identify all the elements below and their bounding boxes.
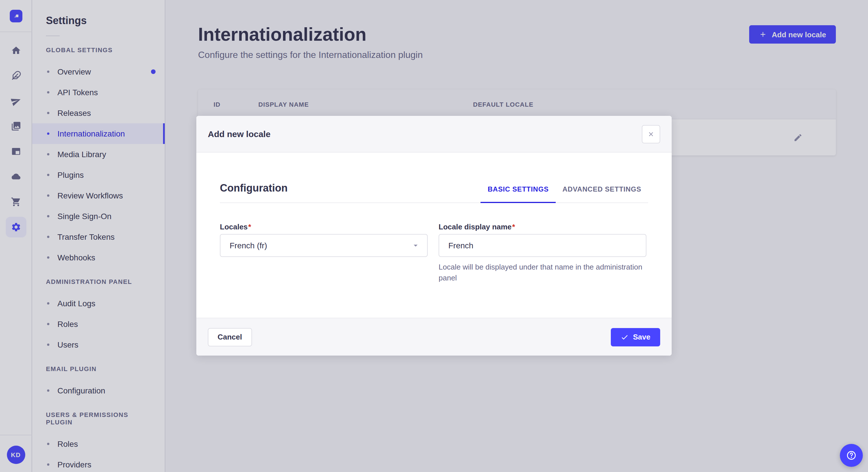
- display-name-input[interactable]: [439, 234, 646, 257]
- locales-field: Locales* French (fr): [220, 223, 428, 283]
- check-icon: [620, 333, 628, 341]
- locales-label-text: Locales: [220, 223, 248, 231]
- chevron-down-icon: [411, 241, 420, 250]
- display-name-label: Locale display name*: [439, 223, 646, 232]
- help-button[interactable]: [840, 444, 863, 467]
- tab-advanced-settings[interactable]: ADVANCED SETTINGS: [555, 185, 648, 202]
- save-label: Save: [633, 333, 650, 341]
- modal-header: Add new locale: [196, 116, 672, 153]
- required-asterisk: *: [512, 223, 515, 231]
- locales-select[interactable]: French (fr): [220, 234, 428, 257]
- configuration-title: Configuration: [220, 182, 288, 202]
- save-button[interactable]: Save: [611, 328, 660, 346]
- configuration-header-row: Configuration BASIC SETTINGS ADVANCED SE…: [220, 153, 648, 203]
- locales-label: Locales*: [220, 223, 428, 232]
- display-name-hint: Locale will be displayed under that name…: [439, 262, 646, 283]
- modal-body: Configuration BASIC SETTINGS ADVANCED SE…: [196, 153, 672, 318]
- strapi-admin-app: KD Settings GLOBAL SETTINGS Overview API…: [0, 0, 868, 472]
- modal-fields: Locales* French (fr) Locale display name…: [220, 223, 648, 283]
- question-icon: [845, 449, 857, 461]
- required-asterisk: *: [248, 223, 251, 231]
- display-name-label-text: Locale display name: [439, 223, 512, 231]
- display-name-field: Locale display name* Locale will be disp…: [439, 223, 646, 283]
- modal-footer: Cancel Save: [196, 318, 672, 356]
- locales-select-value: French (fr): [229, 241, 267, 250]
- modal-title: Add new locale: [208, 129, 270, 139]
- tab-basic-settings[interactable]: BASIC SETTINGS: [481, 185, 556, 202]
- close-icon: [648, 131, 654, 137]
- modal-close-button[interactable]: [642, 125, 660, 143]
- cancel-button[interactable]: Cancel: [208, 328, 252, 346]
- modal-tabs: BASIC SETTINGS ADVANCED SETTINGS: [481, 185, 648, 202]
- add-locale-modal: Add new locale Configuration BASIC SETTI…: [196, 116, 672, 356]
